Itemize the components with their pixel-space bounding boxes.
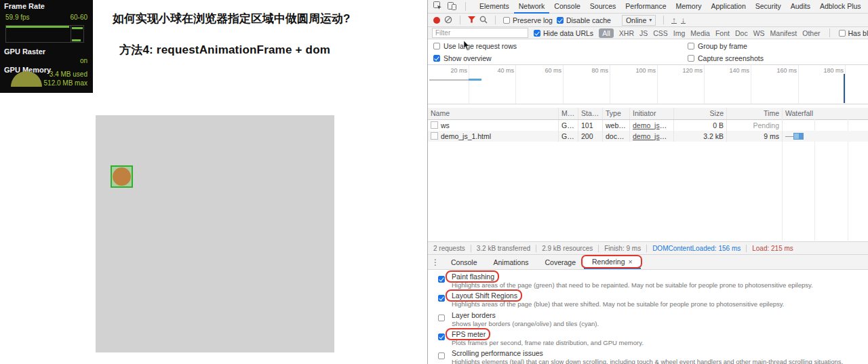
- tab-console[interactable]: Console: [549, 0, 585, 14]
- close-icon[interactable]: ×: [628, 258, 632, 266]
- hide-data-urls-checkbox[interactable]: Hide data URLs: [534, 29, 593, 37]
- option-description: Highlights elements (teal) that can slow…: [452, 358, 868, 364]
- use-large-request-rows-checkbox[interactable]: Use large request rows: [433, 42, 517, 50]
- show-overview-checkbox[interactable]: Show overview: [433, 54, 492, 62]
- disable-cache-checkbox[interactable]: Disable cache: [557, 16, 611, 24]
- checkbox-icon[interactable]: [557, 17, 564, 24]
- type-filter-js[interactable]: JS: [639, 29, 648, 37]
- search-icon[interactable]: [479, 16, 488, 25]
- checkbox-icon[interactable]: [839, 30, 846, 37]
- option-label[interactable]: Layout Shift Regions: [452, 291, 517, 300]
- table-header: Name Met… Status Type Initiator Size Tim…: [428, 108, 868, 120]
- type-filter-media[interactable]: Media: [690, 29, 710, 37]
- tab-security[interactable]: Security: [751, 0, 786, 14]
- file-icon: [431, 121, 438, 129]
- device-toolbar-icon[interactable]: [448, 1, 456, 12]
- capture-screenshots-checkbox[interactable]: Capture screenshots: [688, 54, 764, 62]
- checkbox-icon[interactable]: [688, 43, 694, 49]
- tick-label: 100 ms: [622, 67, 656, 74]
- waterfall-connector: [785, 136, 793, 137]
- filter-icon[interactable]: [468, 16, 475, 24]
- col-method[interactable]: Met…: [559, 108, 578, 119]
- checkbox-icon[interactable]: [438, 333, 445, 340]
- request-table: Name Met… Status Type Initiator Size Tim…: [428, 108, 868, 241]
- type-filter-css[interactable]: CSS: [653, 29, 668, 37]
- group-by-frame-checkbox[interactable]: Group by frame: [688, 42, 747, 50]
- tick-label: 140 ms: [715, 67, 749, 74]
- filter-input[interactable]: [432, 28, 528, 38]
- checkbox-icon[interactable]: [438, 352, 445, 359]
- checkbox-icon[interactable]: [438, 276, 445, 283]
- option-label[interactable]: Layer borders: [452, 311, 496, 319]
- option-label[interactable]: FPS meter: [452, 330, 486, 338]
- tab-editthiscookie[interactable]: EditThisCo: [866, 0, 868, 14]
- drawer-tab-console[interactable]: Console: [443, 255, 486, 269]
- option-label[interactable]: Scrolling performance issues: [452, 349, 543, 357]
- type-filter-img[interactable]: Img: [673, 29, 686, 37]
- table-row[interactable]: ws GET 101 webs… demo_js_1… 0 B Pending: [428, 120, 868, 131]
- tab-adblock-plus[interactable]: Adblock Plus: [815, 0, 866, 14]
- chevron-down-icon: ▾: [649, 17, 652, 23]
- throttling-select[interactable]: Online ▾: [622, 15, 656, 26]
- devtools-panel: Elements Network Console Sources Perform…: [427, 0, 868, 364]
- tick-label: 180 ms: [810, 67, 844, 74]
- col-initiator[interactable]: Initiator: [630, 108, 674, 119]
- method-subtitle: 方法4: requestAnimationFrame + dom: [119, 42, 330, 58]
- option-label[interactable]: Paint flashing: [452, 272, 494, 281]
- type-filter-xhr[interactable]: XHR: [619, 29, 634, 37]
- col-name[interactable]: Name: [428, 108, 559, 119]
- tab-network[interactable]: Network: [514, 0, 550, 14]
- drawer-tab-rendering[interactable]: Rendering ×: [584, 255, 641, 269]
- mouse-cursor-icon: [463, 41, 470, 52]
- checkbox-icon[interactable]: [688, 55, 694, 62]
- tab-sources[interactable]: Sources: [585, 0, 621, 14]
- rendering-option-layer-borders: Layer borders Shows layer borders (orang…: [428, 311, 868, 327]
- record-icon[interactable]: [433, 17, 440, 24]
- checkbox-icon[interactable]: [438, 315, 445, 321]
- col-type[interactable]: Type: [603, 108, 630, 119]
- initiator-link[interactable]: demo_js_1…: [633, 121, 674, 129]
- clear-icon[interactable]: [444, 16, 452, 25]
- type-filter-all[interactable]: All: [599, 28, 614, 38]
- network-overview-strip[interactable]: 20 ms 40 ms 60 ms 80 ms 100 ms 120 ms 14…: [428, 65, 868, 104]
- checkbox-icon[interactable]: [534, 30, 540, 37]
- col-waterfall[interactable]: Waterfall: [783, 108, 868, 119]
- initiator-link[interactable]: demo_js_1…: [633, 132, 674, 140]
- type-filter-doc[interactable]: Doc: [735, 29, 748, 37]
- option-description: Highlights areas of the page (green) tha…: [452, 281, 868, 289]
- tab-memory[interactable]: Memory: [671, 0, 706, 14]
- demo-webpage: 如何实现小球在浏览器指定区域中做圆周运动? 方法4: requestAnimat…: [0, 0, 427, 364]
- col-time[interactable]: Time: [727, 108, 783, 119]
- fps-range: 60-60: [70, 14, 87, 21]
- summary-domcontentloaded: DOMContentLoaded: 156 ms: [647, 245, 747, 252]
- ball: [113, 167, 131, 186]
- col-status[interactable]: Status: [578, 108, 603, 119]
- type-filter-other[interactable]: Other: [802, 29, 820, 37]
- col-size[interactable]: Size: [674, 108, 727, 119]
- tab-performance[interactable]: Performance: [620, 0, 671, 14]
- inspect-icon[interactable]: [433, 1, 442, 12]
- checkbox-icon[interactable]: [438, 295, 445, 302]
- checkbox-icon[interactable]: [503, 17, 510, 24]
- tab-application[interactable]: Application: [706, 0, 750, 14]
- checkbox-icon[interactable]: [433, 55, 440, 62]
- drawer-tab-coverage[interactable]: Coverage: [536, 255, 584, 269]
- paint-flash-region: [111, 165, 133, 188]
- type-filter-manifest[interactable]: Manifest: [770, 29, 797, 37]
- tab-audits[interactable]: Audits: [786, 0, 815, 14]
- tab-elements[interactable]: Elements: [475, 0, 514, 14]
- type-filter-ws[interactable]: WS: [753, 29, 765, 37]
- type-filter-font[interactable]: Font: [715, 29, 730, 37]
- fps-histogram: [5, 25, 84, 43]
- export-har-icon[interactable]: ↓: [681, 16, 686, 24]
- has-blocked-cookies-checkbox[interactable]: Has blocked cookies: [839, 29, 868, 37]
- page-root: 如何实现小球在浏览器指定区域中做圆周运动? 方法4: requestAnimat…: [0, 0, 868, 364]
- import-har-icon[interactable]: ↑: [671, 16, 677, 24]
- preserve-log-checkbox[interactable]: Preserve log: [503, 16, 553, 24]
- table-row[interactable]: demo_js_1.html GET 200 docu… demo_js_1… …: [428, 131, 868, 142]
- overview-request-bar: [429, 79, 469, 81]
- checkbox-icon[interactable]: [433, 43, 440, 49]
- option-description: Shows layer borders (orange/olive) and t…: [452, 320, 868, 327]
- more-menu-icon[interactable]: ⋮: [428, 255, 443, 269]
- drawer-tab-animations[interactable]: Animations: [486, 255, 537, 269]
